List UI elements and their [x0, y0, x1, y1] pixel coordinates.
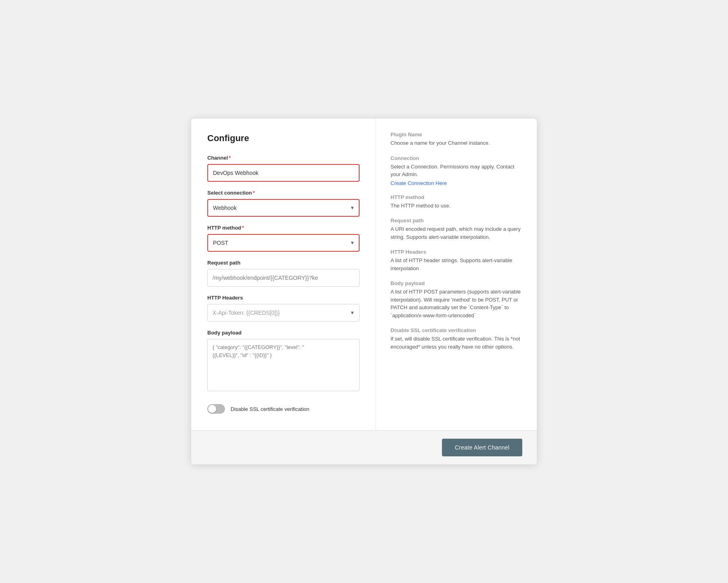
help-request-path-title: Request path: [391, 218, 522, 224]
help-body-payload-title: Body payload: [391, 280, 522, 286]
request-path-field-group: Request path: [207, 260, 360, 287]
select-connection-field-group: Select connection* Webhook HTTPS Slack ▼: [207, 190, 360, 217]
help-request-path: Request path A URI encoded request path,…: [391, 218, 522, 241]
create-connection-link[interactable]: Create Connection Here: [391, 180, 522, 186]
help-disable-ssl-title: Disable SSL certificate verification: [391, 327, 522, 333]
right-panel: Plugin Name Choose a name for your Chann…: [376, 119, 537, 430]
help-plugin-name-text: Choose a name for your Channel instance.: [391, 139, 522, 147]
help-body-payload-text: A list of HTTP POST parameters (supports…: [391, 288, 522, 319]
select-connection-dropdown[interactable]: Webhook HTTPS Slack: [207, 199, 360, 217]
select-connection-label: Select connection*: [207, 190, 360, 196]
help-connection-title: Connection: [391, 155, 522, 161]
create-alert-channel-button[interactable]: Create Alert Channel: [442, 439, 522, 456]
modal-footer: Create Alert Channel: [191, 430, 537, 464]
body-payload-field-group: Body payload: [207, 330, 360, 393]
help-http-headers-title: HTTP Headers: [391, 249, 522, 255]
ssl-toggle-row: Disable SSL certificate verification: [207, 404, 360, 414]
http-method-required: *: [242, 225, 244, 231]
channel-required: *: [229, 155, 231, 161]
http-headers-wrapper: X-Api-Token: {{CREDS[0]}} ▼: [207, 304, 360, 322]
select-connection-wrapper: Webhook HTTPS Slack ▼: [207, 199, 360, 217]
http-method-dropdown[interactable]: POST GET PUT PATCH DELETE: [207, 234, 360, 252]
toggle-thumb: [208, 405, 216, 413]
body-payload-textarea[interactable]: [207, 339, 360, 391]
configure-title: Configure: [207, 133, 360, 144]
configure-modal: Configure Channel* Select connection* We…: [191, 119, 537, 464]
help-connection-text: Select a Connection. Permissions may app…: [391, 163, 522, 179]
help-plugin-name: Plugin Name Choose a name for your Chann…: [391, 131, 522, 147]
select-connection-required: *: [253, 190, 255, 196]
help-plugin-name-title: Plugin Name: [391, 131, 522, 138]
modal-body: Configure Channel* Select connection* We…: [191, 119, 537, 430]
request-path-label: Request path: [207, 260, 360, 266]
help-disable-ssl-text: If set, will disable SSL certificate ver…: [391, 335, 522, 351]
help-connection: Connection Select a Connection. Permissi…: [391, 155, 522, 186]
help-http-headers-text: A list of HTTP header strings. Supports …: [391, 257, 522, 272]
channel-field-group: Channel*: [207, 155, 360, 182]
help-request-path-text: A URI encoded request path, which may in…: [391, 225, 522, 241]
help-disable-ssl: Disable SSL certificate verification If …: [391, 327, 522, 351]
http-method-wrapper: POST GET PUT PATCH DELETE ▼: [207, 234, 360, 252]
help-http-headers: HTTP Headers A list of HTTP header strin…: [391, 249, 522, 272]
http-method-field-group: HTTP method* POST GET PUT PATCH DELETE ▼: [207, 225, 360, 252]
http-headers-label: HTTP Headers: [207, 295, 360, 301]
left-panel: Configure Channel* Select connection* We…: [191, 119, 376, 430]
ssl-toggle[interactable]: [207, 404, 225, 414]
body-payload-label: Body payload: [207, 330, 360, 336]
http-method-label: HTTP method*: [207, 225, 360, 231]
channel-input[interactable]: [207, 164, 360, 182]
channel-label: Channel*: [207, 155, 360, 161]
request-path-input[interactable]: [207, 269, 360, 287]
help-http-method: HTTP method The HTTP method to use.: [391, 194, 522, 210]
http-headers-dropdown[interactable]: X-Api-Token: {{CREDS[0]}}: [207, 304, 360, 322]
help-body-payload: Body payload A list of HTTP POST paramet…: [391, 280, 522, 319]
ssl-label: Disable SSL certificate verification: [231, 406, 309, 412]
help-http-method-text: The HTTP method to use.: [391, 202, 522, 210]
toggle-track[interactable]: [207, 404, 225, 414]
help-http-method-title: HTTP method: [391, 194, 522, 200]
http-headers-field-group: HTTP Headers X-Api-Token: {{CREDS[0]}} ▼: [207, 295, 360, 322]
